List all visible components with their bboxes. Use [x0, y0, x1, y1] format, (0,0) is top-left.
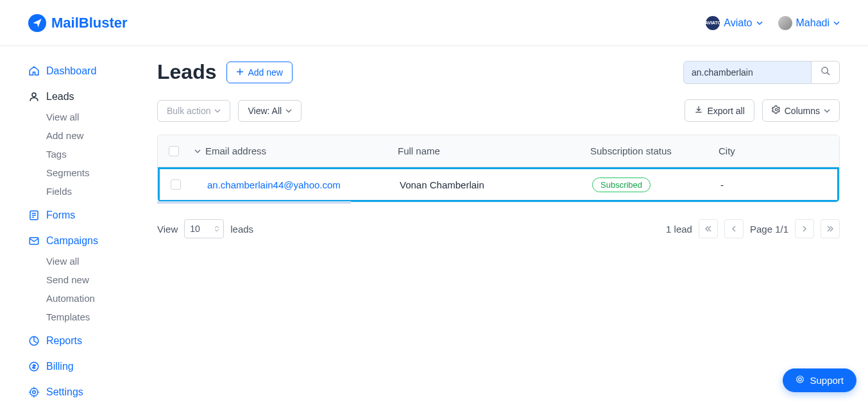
row-checkbox[interactable]	[171, 179, 181, 190]
header: MailBluster AVIATO Aviato Mahadi	[0, 0, 868, 46]
bulk-action-button[interactable]: Bulk action	[157, 100, 230, 122]
gear-icon	[772, 105, 781, 116]
header-email[interactable]: Email address	[205, 145, 398, 156]
sidebar-item-campaigns-automation[interactable]: Automation	[46, 289, 144, 308]
cell-email[interactable]: an.chamberlain44@yahoo.com	[207, 179, 341, 190]
support-button[interactable]: Support	[783, 368, 856, 392]
search-icon	[821, 66, 831, 78]
leads-table: Email address Full name Subscription sta…	[157, 135, 840, 202]
logo-icon	[28, 14, 46, 32]
search-button[interactable]	[812, 61, 840, 84]
leads-label: leads	[230, 224, 253, 235]
columns-button[interactable]: Columns	[762, 99, 840, 122]
sidebar-label: Settings	[46, 386, 83, 398]
sidebar-item-campaigns-sendnew[interactable]: Send new	[46, 270, 144, 289]
header-city[interactable]: City	[719, 145, 839, 156]
add-new-label: Add new	[248, 67, 282, 78]
form-icon	[28, 210, 40, 221]
gear-icon	[28, 386, 40, 398]
export-all-label: Export all	[707, 106, 744, 116]
chevron-down-icon	[756, 17, 763, 29]
view-filter-label: View: All	[248, 106, 282, 116]
header-subscription[interactable]: Subscription status	[590, 145, 719, 156]
cell-full-name: Vonan Chamberlain	[400, 179, 592, 190]
lead-count: 1 lead	[666, 224, 692, 235]
sidebar-label: Leads	[46, 91, 74, 103]
chevron-down-icon	[833, 17, 840, 29]
chevron-down-icon	[285, 106, 292, 116]
user-label: Mahadi	[796, 17, 830, 29]
page-last-button[interactable]	[821, 219, 840, 238]
sidebar-item-leads-fields[interactable]: Fields	[46, 182, 144, 201]
org-avatar: AVIATO	[706, 16, 720, 30]
per-page-value: 10	[190, 224, 200, 234]
add-new-button[interactable]: Add new	[226, 62, 292, 83]
expand-all-toggle[interactable]	[190, 148, 205, 154]
sidebar: Dashboard Leads View all Add new Tags Se…	[0, 46, 144, 405]
sidebar-label: Dashboard	[46, 65, 96, 77]
envelope-icon	[28, 235, 40, 247]
page-indicator: Page 1/1	[750, 224, 788, 235]
plus-icon	[236, 67, 244, 78]
chevron-down-icon	[214, 106, 221, 116]
sidebar-item-dashboard[interactable]: Dashboard	[28, 60, 144, 82]
view-filter-button[interactable]: View: All	[238, 100, 302, 122]
sidebar-item-campaigns-viewall[interactable]: View all	[46, 252, 144, 270]
svg-point-11	[775, 108, 778, 111]
home-icon	[28, 65, 40, 77]
sidebar-label: Reports	[46, 335, 82, 347]
sidebar-label: Campaigns	[46, 235, 98, 247]
cell-city: -	[720, 179, 837, 190]
table-row[interactable]: an.chamberlain44@yahoo.com Vonan Chamber…	[158, 167, 839, 202]
brand-logo[interactable]: MailBluster	[28, 14, 128, 32]
org-label: Aviato	[724, 17, 752, 29]
download-icon	[694, 105, 703, 116]
view-label: View	[157, 224, 178, 235]
main-content: Leads Add new	[144, 46, 868, 405]
page-first-button[interactable]	[699, 219, 718, 238]
stepper-arrows-icon	[214, 226, 219, 232]
sidebar-label: Forms	[46, 210, 75, 221]
svg-point-9	[822, 67, 828, 73]
page-prev-button[interactable]	[724, 219, 744, 238]
header-full-name[interactable]: Full name	[398, 145, 590, 156]
sidebar-label: Billing	[46, 361, 74, 372]
org-switcher[interactable]: AVIATO Aviato	[706, 16, 762, 30]
chart-icon	[28, 335, 40, 347]
svg-point-12	[797, 376, 804, 383]
sidebar-item-leads[interactable]: Leads	[28, 86, 144, 108]
lifesaver-icon	[796, 375, 804, 386]
sidebar-item-forms[interactable]: Forms	[28, 204, 144, 226]
bulk-action-label: Bulk action	[167, 106, 210, 116]
sidebar-item-campaigns-templates[interactable]: Templates	[46, 308, 144, 326]
sidebar-item-leads-viewall[interactable]: View all	[46, 108, 144, 126]
table-header: Email address Full name Subscription sta…	[158, 135, 839, 167]
select-all-checkbox[interactable]	[169, 146, 179, 156]
svg-point-13	[799, 378, 802, 381]
sidebar-item-reports[interactable]: Reports	[28, 330, 144, 352]
user-menu[interactable]: Mahadi	[778, 16, 840, 30]
brand-name: MailBluster	[51, 15, 128, 31]
sidebar-item-campaigns[interactable]: Campaigns	[28, 230, 144, 252]
svg-point-0	[32, 93, 36, 97]
sidebar-item-billing[interactable]: Billing	[28, 356, 144, 377]
support-label: Support	[810, 375, 844, 386]
sidebar-item-settings[interactable]: Settings	[28, 381, 144, 403]
sidebar-item-leads-tags[interactable]: Tags	[46, 145, 144, 163]
search-input[interactable]	[683, 61, 812, 84]
export-all-button[interactable]: Export all	[685, 99, 754, 122]
page-title: Leads	[157, 60, 216, 84]
per-page-select[interactable]: 10	[184, 219, 224, 238]
svg-line-10	[827, 72, 830, 75]
svg-point-8	[33, 391, 36, 394]
page-next-button[interactable]	[795, 219, 814, 238]
scroll-indicator	[157, 201, 351, 204]
user-avatar	[778, 16, 792, 30]
user-icon	[28, 91, 40, 103]
dollar-icon	[28, 361, 40, 372]
columns-label: Columns	[785, 106, 820, 116]
sidebar-item-leads-segments[interactable]: Segments	[46, 163, 144, 182]
status-badge: Subscribed	[592, 178, 651, 192]
sidebar-item-leads-addnew[interactable]: Add new	[46, 126, 144, 145]
chevron-down-icon	[824, 106, 830, 116]
